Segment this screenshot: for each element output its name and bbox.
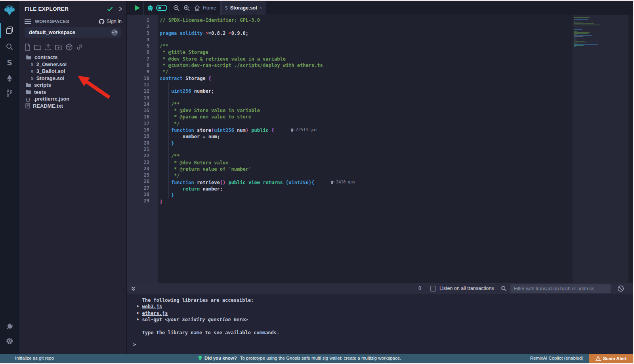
active-plugin-indicator — [0, 23, 1, 38]
check-icon[interactable] — [107, 6, 113, 11]
tree-item--prettierrc-json[interactable]: {}.prettierrc.json — [19, 95, 126, 103]
terminal-line — [136, 323, 633, 330]
solidity-icon: S — [31, 74, 34, 82]
git-icon[interactable] — [3, 87, 16, 99]
tree-item-label: tests — [34, 89, 46, 95]
code-line-6: * @title Storage — [160, 49, 573, 55]
tab-active-label: Storage.sol — [230, 5, 257, 11]
code-line-25: */ — [160, 172, 573, 179]
sign-in-label: Sign in — [107, 19, 122, 24]
solidity-file-icon: S — [225, 6, 228, 11]
tree-item-scripts[interactable]: scripts — [19, 82, 126, 89]
run-script-button[interactable] — [132, 1, 143, 15]
terminal-line: The following libraries are accessible: — [136, 297, 633, 303]
tree-item-2-owner-sol[interactable]: S2_Owner.sol — [19, 61, 126, 68]
terminal-header: 0 Listen on all transactions — [127, 283, 633, 294]
listen-transactions-label: Listen on all transactions — [439, 286, 494, 291]
tree-item-contracts[interactable]: contracts — [19, 54, 126, 61]
tree-item-label: scripts — [34, 82, 51, 88]
scam-alert-label: Scam Alert — [603, 356, 627, 361]
terminal-line: • sol-gpt <your Solidity question here> — [136, 316, 633, 323]
box-icon[interactable] — [66, 44, 73, 51]
home-icon — [194, 5, 200, 11]
code-line-13 — [160, 95, 573, 101]
code-line-23: * @dev Return value — [160, 160, 573, 166]
editor-scrollbar-track[interactable] — [628, 15, 633, 283]
gas-estimate-badge: 2410 gas — [331, 179, 355, 185]
upload-files-icon[interactable] — [45, 44, 52, 51]
terminal-link[interactable]: ethers.js — [142, 311, 168, 316]
copilot-toggle[interactable] — [155, 1, 169, 15]
settings-gear-icon[interactable] — [3, 335, 16, 347]
tab-storage-sol[interactable]: S Storage.sol — [221, 1, 265, 15]
status-bar: Initialize as git repo Did you know? To … — [0, 354, 633, 363]
lightbulb-icon — [198, 355, 202, 361]
code-editor[interactable]: // SPDX-License-Identifier: GPL-3.0 prag… — [158, 15, 573, 283]
folder-open-icon — [25, 55, 32, 60]
solidity-icon: S — [31, 61, 34, 68]
init-git-repo[interactable]: Initialize as git repo — [15, 356, 54, 360]
code-line-9: */ — [160, 69, 573, 75]
tree-item-storage-sol[interactable]: SStorage.sol — [19, 75, 126, 82]
terminal-output[interactable]: The following libraries are accessible:•… — [127, 294, 633, 354]
indent-guide — [168, 82, 169, 198]
github-icon — [99, 19, 105, 25]
scam-alert-button[interactable]: Scam Alert — [589, 354, 633, 363]
folder-icon — [25, 90, 31, 94]
deploy-run-icon[interactable] — [3, 72, 16, 85]
workspace-name: default_workspace — [29, 29, 111, 35]
line-number-gutter: 1234567891011121314151617181920212223242… — [127, 15, 158, 283]
zoom-out-icon[interactable] — [171, 1, 181, 15]
link-icon[interactable] — [76, 44, 83, 51]
code-line-1: // SPDX-License-Identifier: GPL-3.0 — [160, 17, 573, 23]
terminal-collapse-chevrons-icon[interactable] — [131, 286, 136, 292]
code-line-3: pragma solidity >=0.8.2 <0.9.0; — [160, 30, 573, 36]
code-line-18: function store(uint256 num) public {2251… — [160, 127, 573, 133]
workspaces-menu-icon[interactable] — [25, 19, 31, 24]
terminal-prompt[interactable]: > — [133, 341, 633, 348]
listen-transactions-checkbox[interactable] — [430, 286, 436, 292]
workspace-select[interactable]: default_workspace ▲▼ — [25, 27, 121, 38]
code-line-24: * @return value of 'number' — [160, 166, 573, 172]
collapse-panel-chevron-icon[interactable] — [118, 6, 122, 11]
close-tab-icon[interactable] — [260, 6, 262, 10]
warning-icon — [596, 356, 601, 361]
tip-text: To prototype using the Gnosis safe multi… — [240, 356, 401, 360]
upload-folder-icon[interactable] — [55, 44, 62, 51]
new-folder-icon[interactable] — [34, 44, 41, 50]
transaction-filter-input[interactable] — [510, 284, 611, 293]
workspaces-label: WORKSPACES — [35, 19, 95, 24]
remix-ide-window: S — [0, 0, 634, 364]
clear-console-icon[interactable] — [617, 285, 624, 292]
github-sign-in[interactable]: Sign in — [99, 19, 122, 25]
code-line-16: * @param num value to store — [160, 114, 573, 120]
tree-item-readme-txt[interactable]: README.txt — [19, 103, 126, 110]
tree-item-label: README.txt — [33, 103, 63, 109]
panel-title: FILE EXPLORER — [25, 6, 107, 12]
code-line-14: /** — [160, 101, 573, 107]
did-you-know-tip: Did you know? To prototype using the Gno… — [198, 355, 401, 361]
code-line-7: * @dev Store & retrieve value in a varia… — [160, 56, 573, 62]
copilot-status[interactable]: RemixAI Copilot (enabled) — [530, 356, 583, 360]
remix-logo[interactable] — [3, 4, 16, 17]
code-line-28: } — [160, 192, 573, 198]
new-file-icon[interactable] — [25, 44, 31, 51]
code-line-5: /** — [160, 43, 573, 49]
plugin-manager-icon[interactable] — [3, 320, 16, 333]
editor-minimap[interactable] — [573, 15, 628, 283]
file-explorer-icon[interactable] — [3, 24, 16, 36]
editor-area: Home S Storage.sol 123456789101112131415… — [127, 1, 633, 283]
terminal-link[interactable]: web3.js — [142, 304, 162, 309]
code-line-10: contract Storage { — [160, 75, 573, 82]
tree-item-label: contracts — [34, 54, 58, 60]
code-line-8: * @custom:dev-run-script ./scripts/deplo… — [160, 62, 573, 69]
tab-home[interactable]: Home — [189, 1, 221, 15]
search-icon[interactable] — [3, 40, 16, 53]
solidity-compiler-icon[interactable]: S — [3, 56, 16, 69]
file-explorer-panel: FILE EXPLORER WORKSPACES Sign in default… — [19, 1, 127, 354]
folder-icon — [25, 83, 31, 88]
tree-item-tests[interactable]: tests — [19, 89, 126, 96]
tree-item-label: 2_Owner.sol — [36, 61, 67, 67]
tree-item-label: Storage.sol — [36, 75, 65, 81]
tree-item-3-ballot-sol[interactable]: S3_Ballot.sol — [19, 68, 126, 75]
